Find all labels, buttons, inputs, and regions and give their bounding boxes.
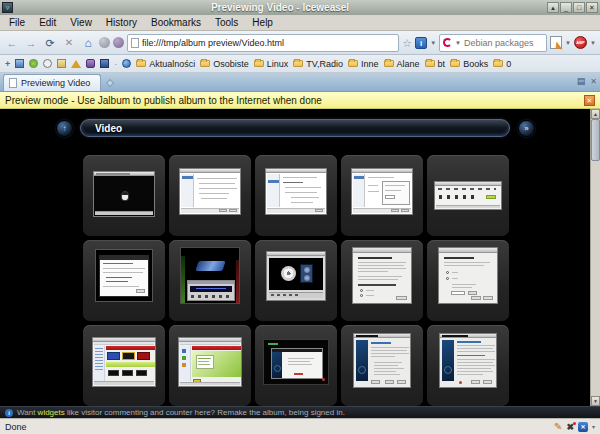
clock-icon[interactable] (43, 59, 52, 68)
globe-icon[interactable] (122, 59, 131, 68)
tab-favicon (9, 78, 17, 88)
back-icon[interactable]: ← (4, 33, 20, 53)
bookmark-folder-tvradio[interactable]: TV,Radio (293, 59, 343, 69)
new-tab-button[interactable] (106, 79, 114, 87)
compose-icon[interactable] (550, 36, 562, 49)
mail-bookmarklet-icon[interactable] (57, 59, 66, 68)
thumbnail-grid (83, 155, 509, 406)
menu-tools[interactable]: Tools (208, 15, 245, 30)
tab-previewing-video[interactable]: Previewing Video (3, 74, 101, 91)
save-bookmarklet-icon[interactable] (100, 59, 109, 68)
location-dropdown-icon[interactable]: ▼ (430, 40, 436, 46)
compose-dropdown-icon[interactable]: ▼ (565, 40, 571, 46)
bookmark-label: Linux (267, 59, 289, 69)
status-bar: Done ✎ ✖ ✕ ▾ (0, 418, 600, 434)
maximize-button[interactable]: □ (573, 2, 585, 13)
close-button[interactable]: ✕ (586, 2, 598, 13)
bookmark-folder-linux[interactable]: Linux (254, 59, 289, 69)
search-input[interactable] (464, 38, 543, 48)
extension-icon-2[interactable] (113, 37, 124, 48)
menu-view[interactable]: View (63, 15, 99, 30)
thumbnail-installer-wizard-2[interactable] (427, 325, 509, 406)
thumbnail-website-videos[interactable] (83, 325, 165, 406)
location-bar[interactable] (127, 34, 399, 52)
menu-edit[interactable]: Edit (32, 15, 63, 30)
menu-file[interactable]: File (2, 15, 32, 30)
window-titlebar[interactable]: ▿ Previewing Video - Iceweasel ▴ _ □ ✕ (0, 0, 600, 15)
extension-blue-icon[interactable]: i (415, 37, 427, 49)
bookmark-folder-books[interactable]: Books (450, 59, 488, 69)
thumbnail-preferences-dialog[interactable] (341, 155, 423, 236)
extension-icon-1[interactable] (99, 37, 110, 48)
home-icon[interactable]: ⌂ (80, 33, 96, 53)
page-scrollbar[interactable]: ▲ ▼ (590, 109, 600, 406)
thumbnail-audio-toolbar[interactable] (427, 155, 509, 236)
noscript-icon[interactable]: ✖ (566, 422, 574, 432)
bookmark-folder-aktualnosci[interactable]: Aktualności (136, 59, 195, 69)
thumbnail-xine-player[interactable] (169, 240, 251, 321)
menu-help[interactable]: Help (245, 15, 280, 30)
window-menu-icon[interactable]: ▿ (2, 2, 13, 13)
bookmark-folder-bt[interactable]: bt (425, 59, 446, 69)
adblock-plus-icon[interactable]: ABP (574, 36, 587, 49)
album-title-bar: Video (80, 119, 510, 137)
thumbnail-wizard-options[interactable] (427, 240, 509, 321)
add-bookmark-icon[interactable]: + (5, 59, 10, 69)
bookmark-label: Osobiste (213, 59, 249, 69)
stop-icon[interactable]: ✕ (61, 33, 77, 53)
pencil-extension-icon[interactable]: ✎ (554, 421, 562, 432)
thumbnail-media-player-tux[interactable] (83, 155, 165, 236)
adblock-dropdown-icon[interactable]: ▼ (590, 40, 596, 46)
thumbnail-image (93, 171, 155, 217)
delta-bookmarklet-icon[interactable] (71, 60, 81, 68)
statusbar-dropdown-icon[interactable]: ▾ (592, 423, 595, 430)
scrollbar-thumb[interactable] (591, 119, 600, 161)
thumbnail-wizard-welcome[interactable] (341, 240, 423, 321)
tab-bar: Previewing Video ▤ ✕ (0, 73, 600, 92)
url-input[interactable] (142, 38, 395, 48)
thumbnail-cd-player[interactable] (255, 240, 337, 321)
bookmark-folder-alane[interactable]: Alane (384, 59, 420, 69)
thumbnail-website-green[interactable] (169, 325, 251, 406)
bookmark-star-icon[interactable]: ☆ (402, 34, 412, 52)
thumbnail-image (438, 247, 498, 304)
album-up-button[interactable]: ↑ (56, 120, 73, 137)
list-all-tabs-icon[interactable]: ▤ (577, 76, 586, 86)
reload-icon[interactable]: ⟳ (42, 33, 58, 53)
debian-search-engine-icon[interactable] (443, 38, 452, 47)
green-bookmarklet-icon[interactable] (29, 59, 38, 68)
album-next-button[interactable]: » (518, 120, 535, 137)
menu-bookmarks[interactable]: Bookmarks (144, 15, 208, 30)
folder-icon (136, 60, 146, 67)
search-engine-dropdown-icon[interactable]: ▼ (455, 40, 461, 46)
widgets-link[interactable]: widgets (38, 408, 65, 417)
minimize-button[interactable]: _ (560, 2, 572, 13)
thumbnail-image (179, 168, 241, 215)
thumbnail-preferences-1[interactable] (169, 155, 251, 236)
search-bar[interactable]: ▼ (439, 34, 547, 52)
thumbnail-installer-wizard-1[interactable] (341, 325, 423, 406)
thumbnail-installer-welcome[interactable] (255, 325, 337, 406)
thumbnail-image (180, 247, 240, 304)
purple-bookmarklet-icon[interactable] (86, 59, 95, 68)
bookmark-label: 0 (506, 59, 511, 69)
thumbnail-dark-dialog[interactable] (83, 240, 165, 321)
menu-history[interactable]: History (99, 15, 144, 30)
album-page: ↑ Video » (0, 109, 600, 406)
bookmark-folder-0[interactable]: 0 (493, 59, 511, 69)
blue-extension-icon[interactable]: ✕ (578, 422, 588, 432)
close-tab-icon[interactable]: ✕ (590, 77, 597, 86)
widgets-message-prefix: Want (17, 408, 38, 417)
folder-icon (384, 60, 394, 67)
notification-close-icon[interactable]: ✕ (584, 95, 595, 106)
shade-button[interactable]: ▴ (547, 2, 559, 13)
image-bookmarklet-icon[interactable] (15, 59, 24, 68)
thumbnail-image (266, 251, 326, 301)
bookmark-folder-osobiste[interactable]: Osobiste (200, 59, 249, 69)
bookmark-folder-inne[interactable]: Inne (348, 59, 379, 69)
forward-icon[interactable]: → (23, 33, 39, 53)
scroll-down-icon[interactable]: ▼ (591, 396, 600, 406)
scroll-up-icon[interactable]: ▲ (591, 109, 600, 119)
thumbnail-preferences-2[interactable] (255, 155, 337, 236)
widgets-message-suffix: like visitor commenting and counter here… (65, 408, 345, 417)
